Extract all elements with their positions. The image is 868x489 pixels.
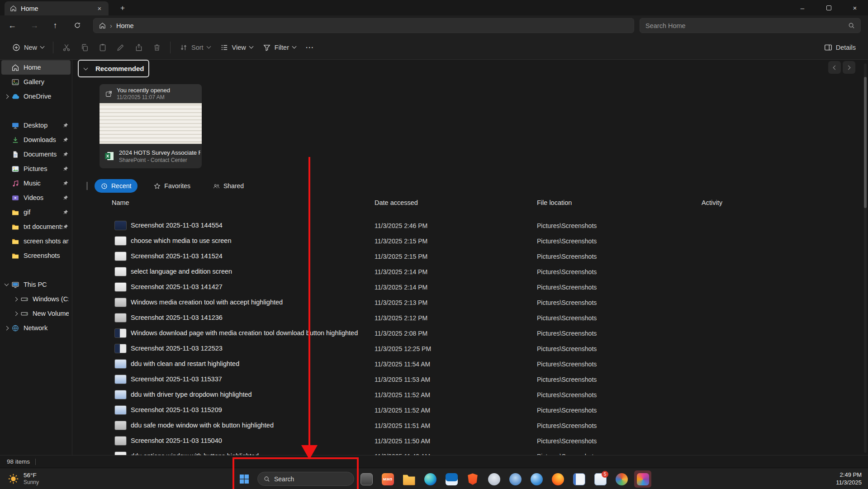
minimize-button[interactable]: – <box>789 0 816 15</box>
search-icon[interactable] <box>848 22 855 29</box>
sidebar-item-pictures[interactable]: Pictures <box>1 161 71 176</box>
scrollbar-thumb[interactable] <box>864 77 867 208</box>
brave-browser-icon[interactable] <box>464 470 481 488</box>
up-button[interactable]: ↑ <box>47 17 64 33</box>
sidebar-item-onedrive[interactable]: OneDrive <box>1 89 71 104</box>
search-box[interactable] <box>640 18 861 33</box>
more-options-button[interactable]: ⋯ <box>301 40 319 55</box>
sidebar-item-music[interactable]: Music <box>1 176 71 190</box>
column-header-activity[interactable]: Activity <box>702 199 722 206</box>
new-tab-button[interactable]: + <box>116 2 129 14</box>
tab-shared[interactable]: Shared <box>207 179 250 193</box>
back-button[interactable]: ← <box>4 17 21 33</box>
file-row[interactable]: Screenshot 2025-11-03 141427 11/3/2025 2… <box>73 280 863 295</box>
tab-recent[interactable]: Recent <box>95 179 138 193</box>
refresh-button[interactable] <box>69 17 86 33</box>
sidebar-item-network[interactable]: Network <box>1 321 71 335</box>
people-app-icon[interactable] <box>507 470 524 488</box>
file-row[interactable]: Screenshot 2025-11-03 115209 11/3/2025 1… <box>73 403 863 418</box>
delete-button[interactable] <box>148 40 166 55</box>
maximize-button[interactable] <box>816 0 842 15</box>
sidebar-item-screen-shots-and-pi[interactable]: screen shots and pi <box>1 234 71 248</box>
sidebar-item-this-pc[interactable]: This PC <box>1 277 71 292</box>
edge-browser-icon[interactable] <box>422 470 439 488</box>
file-row[interactable]: Screenshot 2025-11-03 141524 11/3/2025 2… <box>73 249 863 264</box>
microsoft-store-icon[interactable] <box>443 470 460 488</box>
recent-file-card[interactable]: You recently opened 11/2/2025 11:07 AM 2… <box>100 84 202 168</box>
expand-chevron-icon[interactable] <box>5 326 9 330</box>
collapse-chevron-icon[interactable] <box>84 66 88 70</box>
share-button[interactable] <box>130 40 148 55</box>
filter-button[interactable]: Filter <box>258 40 301 55</box>
new-button[interactable]: New <box>7 40 49 55</box>
prev-page-button[interactable] <box>828 61 841 74</box>
file-row[interactable]: ddu with driver type dropdown highlighte… <box>73 387 863 403</box>
sidebar-item-windows-c[interactable]: Windows (C:) <box>1 292 71 306</box>
sidebar-item-downloads[interactable]: Downloads <box>1 133 71 147</box>
file-row[interactable]: Screenshot 2025-11-03 122523 11/3/2025 1… <box>73 341 863 356</box>
details-button[interactable]: Details <box>819 40 861 55</box>
file-row[interactable]: ddu options window with buttons highligh… <box>73 449 863 455</box>
file-row[interactable]: Windows media creation tool with accept … <box>73 295 863 310</box>
taskbar-search[interactable]: Search <box>257 472 354 486</box>
sidebar-item-screenshots[interactable]: Screenshots <box>1 248 71 263</box>
rename-button[interactable] <box>112 40 130 55</box>
collapse-chevron-icon[interactable] <box>87 182 87 190</box>
user-app-icon[interactable] <box>485 470 503 488</box>
mail-app-icon[interactable]: 5 <box>592 470 609 488</box>
sidebar-item-gif[interactable]: gif <box>1 205 71 219</box>
file-row[interactable]: Screenshot 2025-11-03 141236 11/3/2025 2… <box>73 310 863 326</box>
forward-button[interactable]: → <box>26 17 43 33</box>
firefox-browser-icon[interactable] <box>549 470 566 488</box>
start-button[interactable] <box>236 470 253 488</box>
tab-favorites[interactable]: Favorites <box>147 179 197 193</box>
app-window-icon[interactable] <box>358 470 375 488</box>
view-button[interactable]: View <box>215 40 258 55</box>
paste-button[interactable] <box>94 40 112 55</box>
expand-chevron-icon[interactable] <box>14 311 18 316</box>
sort-button[interactable]: Sort <box>175 40 215 55</box>
column-header-date-accessed[interactable]: Date accessed <box>375 199 418 206</box>
file-row[interactable]: Screenshot 2025-11-03 115337 11/3/2025 1… <box>73 372 863 387</box>
globe-app-icon[interactable] <box>528 470 545 488</box>
expand-chevron-icon[interactable] <box>5 282 9 286</box>
clock-widget[interactable]: 2:49 PM 11/3/2025 <box>836 468 862 489</box>
file-row[interactable]: ddu safe mode window with ok button high… <box>73 418 863 433</box>
photos-app-icon[interactable] <box>613 470 630 488</box>
expand-chevron-icon[interactable] <box>14 297 18 301</box>
column-header-name[interactable]: Name <box>112 199 129 206</box>
file-row[interactable]: Windows download page with media creatio… <box>73 326 863 341</box>
file-row[interactable]: ddu with clean and restart highlighted 1… <box>73 356 863 372</box>
m365-app-icon[interactable]: M365 <box>379 470 396 488</box>
sidebar-item-desktop[interactable]: Desktop <box>1 118 71 133</box>
weather-widget[interactable]: 56°F Sunny <box>4 468 43 489</box>
sidebar-item-home[interactable]: Home <box>1 60 71 75</box>
file-explorer-icon[interactable] <box>400 470 417 488</box>
column-header-file-location[interactable]: File location <box>537 199 572 206</box>
file-row[interactable]: select language and edition screen 11/3/… <box>73 264 863 280</box>
file-row[interactable]: Screenshot 2025-11-03 144554 11/3/2025 2… <box>73 218 863 233</box>
copy-button[interactable] <box>76 40 94 55</box>
next-page-button[interactable] <box>843 61 855 74</box>
explorer-tab-home[interactable]: Home × <box>5 1 109 15</box>
search-input[interactable] <box>645 22 848 29</box>
recommended-header[interactable]: Recommended <box>78 60 149 77</box>
tab-close-button[interactable]: × <box>94 4 105 14</box>
highlighted-app-icon[interactable] <box>634 470 651 488</box>
cut-button[interactable] <box>57 40 76 55</box>
sidebar-item-videos[interactable]: Videos <box>1 190 71 205</box>
sidebar-item-gallery[interactable]: Gallery <box>1 75 71 89</box>
sidebar-item-txt-documents[interactable]: txt documents <box>1 219 71 234</box>
breadcrumb[interactable]: Home <box>116 22 134 29</box>
scrollbar[interactable] <box>864 63 867 453</box>
file-row[interactable]: choose which media to use screen 11/3/20… <box>73 233 863 249</box>
address-bar[interactable]: › Home <box>93 18 634 33</box>
pin-icon <box>62 151 69 157</box>
breadcrumb-home-icon[interactable] <box>99 22 106 29</box>
close-button[interactable]: × <box>842 0 868 15</box>
notepad-app-icon[interactable] <box>570 470 588 488</box>
sidebar-item-documents[interactable]: Documents <box>1 147 71 161</box>
file-row[interactable]: Screenshot 2025-11-03 115040 11/3/2025 1… <box>73 433 863 449</box>
sidebar-item-new-volume-d[interactable]: New Volume (D:) <box>1 306 71 321</box>
expand-chevron-icon[interactable] <box>5 94 9 99</box>
